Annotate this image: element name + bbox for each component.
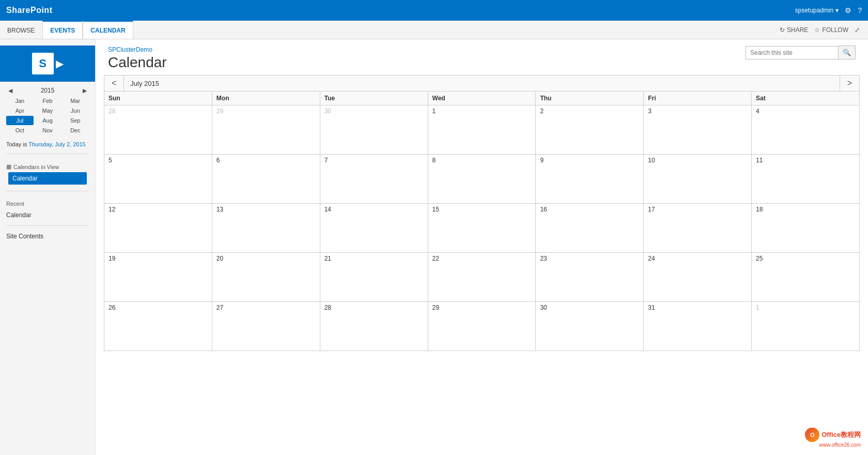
cal-cell-w4-d4[interactable]: 30 (536, 302, 644, 351)
cal-day-number: 18 (756, 206, 763, 213)
cal-cell-w1-d1[interactable]: 6 (212, 155, 320, 204)
cal-cell-w0-d4[interactable]: 2 (536, 105, 644, 155)
cal-cell-w1-d5[interactable]: 10 (644, 155, 752, 204)
share-action[interactable]: ↻ SHARE (780, 26, 808, 34)
cal-week-1: 567891011 (104, 155, 860, 204)
help-icon[interactable]: ? (858, 6, 862, 14)
share-icon: ↻ (780, 26, 785, 34)
focus-action[interactable]: ⤢ (855, 26, 860, 34)
cal-cell-w3-d0[interactable]: 19 (104, 253, 212, 302)
tab-browse[interactable]: BROWSE (0, 21, 42, 39)
cal-cell-w1-d0[interactable]: 5 (104, 155, 212, 204)
follow-action[interactable]: ☆ FOLLOW (814, 26, 848, 34)
calendar-table: SunMonTueWedThuFriSat 282930123456789101… (104, 91, 860, 351)
cal-day-number: 10 (648, 157, 655, 164)
mini-calendar: ◀ 2015 ▶ JanFebMarAprMayJunJulAugSepOctN… (6, 87, 89, 135)
today-link[interactable]: Thursday, July 2, 2015 (28, 141, 85, 147)
mini-cal-month-feb[interactable]: Feb (34, 96, 61, 105)
cal-header-wed: Wed (428, 92, 536, 105)
cal-day-number: 14 (324, 206, 331, 213)
cal-cell-w2-d1[interactable]: 13 (212, 204, 320, 253)
cal-cell-w4-d2[interactable]: 28 (320, 302, 428, 351)
cal-cell-w2-d6[interactable]: 18 (752, 204, 860, 253)
calendar-next-button[interactable]: > (840, 75, 859, 91)
cal-day-number: 19 (109, 255, 115, 262)
mini-cal-month-sep[interactable]: Sep (61, 116, 89, 125)
cal-cell-w1-d2[interactable]: 7 (320, 155, 428, 204)
cal-cell-w3-d1[interactable]: 20 (212, 253, 320, 302)
office-logo: O Office教程网 (805, 428, 861, 442)
cal-cell-w3-d4[interactable]: 23 (536, 253, 644, 302)
cal-cell-w2-d0[interactable]: 12 (104, 204, 212, 253)
calendar-item-active[interactable]: Calendar (8, 172, 87, 185)
cal-cell-w0-d1[interactable]: 29 (212, 105, 320, 155)
cal-day-number: 1 (756, 304, 760, 311)
sidebar: S ▶ ◀ 2015 ▶ JanFebMarAprMayJunJulAugSep… (0, 39, 96, 455)
cal-cell-w4-d6[interactable]: 1 (752, 302, 860, 351)
tab-calendar[interactable]: CALENDAR (83, 21, 133, 39)
recent-calendar-item[interactable]: Calendar (0, 209, 95, 221)
cal-cell-w1-d6[interactable]: 11 (752, 155, 860, 204)
tab-events[interactable]: EVENTS (42, 21, 83, 39)
cal-cell-w4-d5[interactable]: 31 (644, 302, 752, 351)
mini-cal-month-aug[interactable]: Aug (34, 116, 61, 125)
cal-cell-w1-d3[interactable]: 8 (428, 155, 536, 204)
search-button[interactable]: 🔍 (839, 46, 856, 59)
mini-cal-next[interactable]: ▶ (81, 87, 89, 94)
site-logo-area: S ▶ (0, 46, 95, 82)
cal-cell-w4-d0[interactable]: 26 (104, 302, 212, 351)
sharepoint-arrow-icon: ▶ (56, 57, 64, 70)
cal-cell-w4-d1[interactable]: 27 (212, 302, 320, 351)
focus-icon: ⤢ (855, 26, 860, 34)
calendar-prev-button[interactable]: < (104, 75, 123, 91)
page-header: SPClusterDemo Calendar 🔍 (96, 39, 868, 75)
cal-cell-w3-d2[interactable]: 21 (320, 253, 428, 302)
breadcrumb-area: SPClusterDemo Calendar (108, 46, 167, 71)
cal-header-mon: Mon (212, 92, 320, 105)
cal-cell-w3-d6[interactable]: 25 (752, 253, 860, 302)
cal-cell-w2-d3[interactable]: 15 (428, 204, 536, 253)
cal-cell-w0-d6[interactable]: 4 (752, 105, 860, 155)
cal-cell-w0-d3[interactable]: 1 (428, 105, 536, 155)
mini-cal-month-oct[interactable]: Oct (6, 126, 34, 135)
top-bar-left: SharePoint (6, 6, 52, 15)
cal-cell-w0-d5[interactable]: 3 (644, 105, 752, 155)
cal-cell-w2-d2[interactable]: 14 (320, 204, 428, 253)
mini-cal-month-jun[interactable]: Jun (61, 106, 89, 115)
mini-cal-month-nov[interactable]: Nov (34, 126, 61, 135)
cal-cell-w4-d3[interactable]: 29 (428, 302, 536, 351)
cal-cell-w0-d0[interactable]: 28 (104, 105, 212, 155)
office-url: www.office26.com (819, 442, 861, 448)
user-menu[interactable]: spsetupadmin ▾ (795, 7, 839, 14)
cal-day-number: 15 (432, 206, 439, 213)
page-title: Calendar (108, 54, 167, 71)
mini-cal-prev[interactable]: ◀ (6, 87, 14, 94)
cal-cell-w0-d2[interactable]: 30 (320, 105, 428, 155)
cal-day-number: 11 (756, 157, 763, 164)
cal-day-number: 2 (540, 108, 544, 115)
divider-3 (6, 225, 89, 226)
cal-day-number: 23 (540, 255, 547, 262)
site-contents-item[interactable]: Site Contents (0, 230, 95, 242)
cal-cell-w3-d5[interactable]: 24 (644, 253, 752, 302)
mini-cal-month-dec[interactable]: Dec (61, 126, 89, 135)
mini-cal-month-may[interactable]: May (34, 106, 61, 115)
search-input[interactable] (746, 46, 839, 59)
breadcrumb[interactable]: SPClusterDemo (108, 46, 152, 53)
cal-day-number: 8 (432, 157, 436, 164)
main-content: SPClusterDemo Calendar 🔍 < July 2015 > (96, 39, 868, 455)
office-logo-icon: O (805, 428, 819, 442)
sharepoint-logo: SharePoint (6, 6, 52, 15)
mini-cal-month-jan[interactable]: Jan (6, 96, 34, 105)
cal-cell-w3-d3[interactable]: 22 (428, 253, 536, 302)
cal-header-sun: Sun (104, 92, 212, 105)
mini-cal-month-apr[interactable]: Apr (6, 106, 34, 115)
cal-cell-w1-d4[interactable]: 9 (536, 155, 644, 204)
cal-cell-w2-d4[interactable]: 16 (536, 204, 644, 253)
cal-header-sat: Sat (752, 92, 860, 105)
mini-cal-month-mar[interactable]: Mar (61, 96, 89, 105)
mini-cal-month-jul[interactable]: Jul (6, 116, 34, 125)
calendar-container: < July 2015 > SunMonTueWedThuFriSat 2829… (96, 75, 868, 351)
gear-icon[interactable]: ⚙ (845, 6, 851, 14)
cal-cell-w2-d5[interactable]: 17 (644, 204, 752, 253)
